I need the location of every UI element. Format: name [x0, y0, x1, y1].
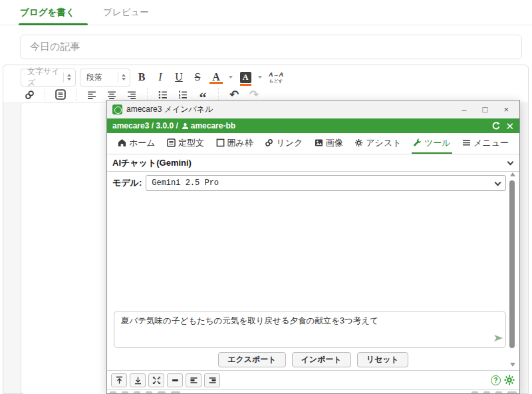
panel-tabbar: ホーム 定型文 囲み枠 リンク 画像 アシスト — [107, 133, 519, 154]
panel-divider — [107, 389, 519, 390]
underline-button[interactable]: U — [172, 69, 186, 85]
panel-tab-assist[interactable]: アシスト — [353, 133, 402, 154]
expand-icon[interactable] — [148, 373, 164, 387]
text-color-caret-icon[interactable] — [229, 76, 233, 79]
blog-editor-page: ブログを書く プレビュー 今日の記事 文字サイズ 段落 B I — [0, 0, 532, 394]
export-button[interactable]: エクスポート — [218, 352, 285, 367]
format-toolbar-row1: 文字サイズ 段落 B I U S A A — [21, 68, 283, 87]
panel-scrollbar[interactable] — [509, 172, 516, 367]
tab-write-blog-label: ブログを書く — [20, 7, 75, 19]
logged-in-user: amecare-bb — [191, 121, 235, 130]
toolbar-divider — [45, 88, 45, 101]
gear-icon — [354, 138, 363, 147]
model-select[interactable]: Gemini 2.5 Pro — [146, 175, 506, 191]
close-window-button[interactable]: × — [503, 100, 509, 118]
panel-tab-menu[interactable]: メニュー — [461, 133, 510, 154]
panel-tab-templates[interactable]: 定型文 — [166, 133, 205, 154]
article-title-input[interactable]: 今日の記事 — [20, 35, 522, 59]
user-icon — [182, 122, 189, 130]
model-row: モデル: Gemini 2.5 Pro — [112, 175, 506, 191]
clipped-bottom-toolbar — [110, 391, 517, 394]
select-divider — [118, 73, 118, 83]
dock-top-icon[interactable] — [111, 373, 127, 387]
panel-tab-home[interactable]: ホーム — [116, 133, 157, 154]
panel-divider — [107, 370, 519, 371]
text-color-swatch — [209, 82, 223, 84]
strikethrough-button[interactable]: S — [190, 69, 205, 85]
toolbar-divider — [147, 88, 148, 101]
window-controls: – □ × — [462, 100, 514, 118]
tab-preview[interactable]: プレビュー — [103, 0, 149, 25]
tab-write-blog[interactable]: ブログを書く — [20, 0, 75, 25]
help-icon[interactable]: ? — [491, 375, 501, 385]
paragraph-select[interactable]: 段落 — [80, 69, 130, 87]
active-tab-underline — [19, 23, 88, 25]
bg-color-button[interactable]: A — [238, 69, 253, 85]
template-box-icon[interactable] — [52, 87, 69, 102]
panel-close-icon[interactable]: ✕ — [505, 121, 514, 131]
bold-button[interactable]: B — [134, 69, 149, 85]
tab-preview-label: プレビュー — [103, 7, 149, 19]
font-size-select[interactable]: 文字サイズ — [21, 69, 76, 87]
dock-bottom-icon[interactable] — [130, 373, 146, 387]
reset-format-button[interactable]: A→A もどす — [269, 72, 283, 83]
image-icon — [315, 138, 323, 147]
panel-tab-links[interactable]: リンク — [263, 133, 304, 154]
font-size-select-value: 文字サイズ — [27, 66, 63, 89]
panel-position-toolbar — [111, 373, 220, 387]
chevron-down-icon — [507, 158, 514, 165]
scrollbar-thumb[interactable] — [509, 180, 515, 348]
model-label: モデル: — [112, 177, 142, 189]
link-icon[interactable] — [21, 87, 38, 102]
bg-color-caret-icon[interactable] — [258, 76, 262, 79]
maximize-button[interactable]: □ — [483, 100, 488, 118]
panel-app-bar: amecare3 / 3.0.0 / amecare-bb ✕ — [107, 118, 519, 133]
page-tabbar: ブログを書く プレビュー — [0, 0, 532, 25]
settings-gear-icon[interactable] — [504, 375, 515, 385]
ai-chat-section-title: AIチャット(Gemini) — [112, 157, 192, 169]
refresh-icon[interactable] — [491, 122, 500, 130]
bg-color-glyph: A — [240, 72, 251, 83]
panel-tab-frames[interactable]: 囲み枠 — [215, 133, 255, 154]
toolbar-divider — [218, 88, 219, 101]
bg-color-swatch — [240, 84, 251, 86]
link-icon — [265, 138, 273, 147]
template-box-icon — [167, 138, 176, 147]
frame-icon — [216, 138, 225, 147]
panel-titlebar[interactable]: amecare3 メインパネル – □ × — [107, 100, 519, 118]
align-left-icon[interactable] — [83, 87, 100, 102]
import-button[interactable]: インポート — [292, 352, 351, 367]
chat-prompt-value: 夏バテ気味の子どもたちの元気を取り戻せる夕食の献立を3つ考えて — [121, 316, 378, 325]
stepper-arrows-icon[interactable] — [67, 74, 71, 81]
select-divider — [63, 73, 64, 83]
panel-tab-tools[interactable]: ツール — [412, 133, 452, 154]
amecare-app-icon — [112, 104, 122, 114]
amecare-panel-window: amecare3 メインパネル – □ × amecare3 / 3.0.0 /… — [106, 100, 520, 394]
wrench-icon — [413, 138, 422, 147]
stepper-arrows-icon[interactable] — [122, 74, 126, 81]
chevron-down-icon — [495, 179, 501, 186]
model-select-value: Gemini 2.5 Pro — [152, 178, 219, 188]
panel-toolbar-right: ? — [491, 373, 515, 387]
collapse-icon[interactable] — [167, 373, 183, 387]
article-title-value: 今日の記事 — [30, 41, 80, 53]
panel-action-buttons: エクスポート インポート リセット — [107, 352, 519, 367]
chat-prompt-input[interactable]: 夏バテ気味の子どもたちの元気を取り戻せる夕食の献立を3つ考えて — [114, 311, 506, 348]
home-icon — [118, 138, 126, 147]
reset-button[interactable]: リセット — [357, 352, 408, 367]
minimize-button[interactable]: – — [462, 100, 466, 118]
layout-right-icon[interactable] — [204, 373, 220, 387]
toolbar-divider — [76, 88, 76, 101]
scroll-up-arrow-icon[interactable] — [510, 172, 515, 176]
panel-tab-images[interactable]: 画像 — [313, 133, 344, 154]
paragraph-select-value: 段落 — [86, 72, 102, 83]
hamburger-icon — [462, 138, 471, 147]
app-version-text: amecare3 / 3.0.0 / — [112, 121, 178, 130]
panel-window-title: amecare3 メインパネル — [126, 104, 213, 115]
send-icon[interactable] — [493, 332, 505, 344]
italic-button[interactable]: I — [153, 69, 168, 85]
text-color-button[interactable]: A — [209, 69, 223, 85]
layout-left-icon[interactable] — [186, 373, 201, 387]
ai-chat-section-header[interactable]: AIチャット(Gemini) — [107, 154, 519, 172]
